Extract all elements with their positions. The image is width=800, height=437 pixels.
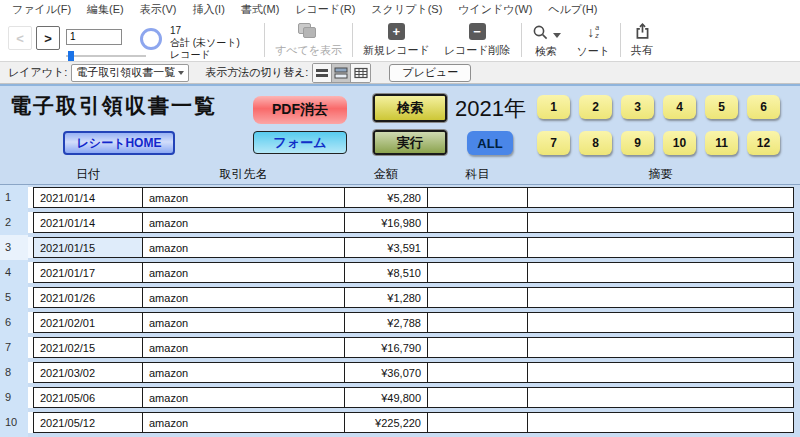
vendor-field[interactable]: amazon <box>142 387 345 408</box>
summary-field[interactable] <box>527 237 794 258</box>
slider-thumb[interactable] <box>68 51 74 61</box>
date-field[interactable]: 2021/02/15 <box>33 337 143 358</box>
month-button-3[interactable]: 3 <box>621 95 654 119</box>
subject-field[interactable] <box>427 412 528 433</box>
vendor-field[interactable]: amazon <box>142 287 345 308</box>
find-button[interactable]: 検索 <box>532 23 561 59</box>
new-record-button[interactable]: + 新規レコード <box>363 23 430 58</box>
previous-record-button[interactable]: < <box>8 26 32 50</box>
subject-field[interactable] <box>427 312 528 333</box>
amount-field[interactable]: ¥36,070 <box>344 362 428 383</box>
search-dropdown-caret[interactable] <box>553 33 561 38</box>
vendor-field[interactable]: amazon <box>142 187 345 208</box>
date-field[interactable]: 2021/05/06 <box>33 387 143 408</box>
table-view-button[interactable] <box>351 64 370 82</box>
month-button-4[interactable]: 4 <box>663 95 696 119</box>
summary-field[interactable] <box>527 212 794 233</box>
vendor-field[interactable]: amazon <box>142 262 345 283</box>
month-button-10[interactable]: 10 <box>663 131 696 155</box>
subject-field[interactable] <box>427 237 528 258</box>
layout-select[interactable]: 電子取引領収書一覧 <box>71 64 189 82</box>
menu-window[interactable]: ウインドウ(W) <box>450 2 540 17</box>
amount-field[interactable]: ¥16,790 <box>344 337 428 358</box>
menu-insert[interactable]: 挿入(I) <box>184 2 232 17</box>
summary-field[interactable] <box>527 262 794 283</box>
month-button-11[interactable]: 11 <box>705 131 738 155</box>
execute-button[interactable]: 実行 <box>373 130 447 155</box>
summary-field[interactable] <box>527 337 794 358</box>
form-button[interactable]: フォーム <box>253 131 347 154</box>
date-field[interactable]: 2021/01/17 <box>33 262 143 283</box>
date-field[interactable]: 2021/01/15 <box>33 237 143 258</box>
form-view-button[interactable] <box>313 64 332 82</box>
list-view-button[interactable] <box>332 64 351 82</box>
found-set-pie-icon[interactable] <box>140 28 162 50</box>
month-button-2[interactable]: 2 <box>579 95 612 119</box>
vendor-field[interactable]: amazon <box>142 362 345 383</box>
summary-field[interactable] <box>527 287 794 308</box>
show-all-button[interactable]: すべてを表示 <box>275 23 342 58</box>
next-record-button[interactable]: > <box>36 26 60 50</box>
pdf-delete-button[interactable]: PDF消去 <box>253 96 347 124</box>
summary-field[interactable] <box>527 362 794 383</box>
month-button-6[interactable]: 6 <box>747 95 780 119</box>
vendor-field[interactable]: amazon <box>142 237 345 258</box>
subject-field[interactable] <box>427 187 528 208</box>
vendor-field[interactable]: amazon <box>142 337 345 358</box>
record-count-total-label: 合計 (未ソート) <box>170 37 240 49</box>
menu-scripts[interactable]: スクリプト(S) <box>363 2 450 17</box>
plus-icon: + <box>388 23 405 40</box>
month-button-7[interactable]: 7 <box>537 131 570 155</box>
subject-field[interactable] <box>427 387 528 408</box>
table-row: 3 2021/01/15 amazon ¥3,591 <box>0 235 800 260</box>
month-button-8[interactable]: 8 <box>579 131 612 155</box>
amount-field[interactable]: ¥3,591 <box>344 237 428 258</box>
menu-help[interactable]: ヘルプ(H) <box>540 2 605 17</box>
date-field[interactable]: 2021/05/12 <box>33 412 143 433</box>
summary-field[interactable] <box>527 187 794 208</box>
amount-field[interactable]: ¥16,980 <box>344 212 428 233</box>
subject-field[interactable] <box>427 212 528 233</box>
amount-field[interactable]: ¥225,220 <box>344 412 428 433</box>
search-button[interactable]: 検索 <box>373 94 447 122</box>
subject-field[interactable] <box>427 337 528 358</box>
date-field[interactable]: 2021/01/14 <box>33 187 143 208</box>
amount-field[interactable]: ¥2,788 <box>344 312 428 333</box>
menu-view[interactable]: 表示(V) <box>132 2 185 17</box>
current-record-input[interactable] <box>66 29 122 45</box>
vendor-field[interactable]: amazon <box>142 312 345 333</box>
menu-records[interactable]: レコード(R) <box>287 2 363 17</box>
vendor-field[interactable]: amazon <box>142 412 345 433</box>
summary-field[interactable] <box>527 312 794 333</box>
subject-field[interactable] <box>427 262 528 283</box>
date-field[interactable]: 2021/02/01 <box>33 312 143 333</box>
subject-field[interactable] <box>427 287 528 308</box>
preview-button[interactable]: プレビュー <box>389 64 471 82</box>
sort-button[interactable]: ↓az ソート <box>577 23 611 59</box>
menu-file[interactable]: ファイル(F) <box>4 2 79 17</box>
all-months-button[interactable]: ALL <box>467 131 513 155</box>
date-field[interactable]: 2021/01/14 <box>33 212 143 233</box>
toolbar-divider <box>521 23 522 57</box>
delete-record-button[interactable]: − レコード削除 <box>444 23 511 58</box>
amount-field[interactable]: ¥49,800 <box>344 387 428 408</box>
summary-field[interactable] <box>527 387 794 408</box>
month-button-12[interactable]: 12 <box>747 131 780 155</box>
amount-field[interactable]: ¥5,280 <box>344 187 428 208</box>
date-field[interactable]: 2021/03/02 <box>33 362 143 383</box>
table-header: 日付 取引先名 金額 科目 摘要 <box>0 164 800 185</box>
menu-edit[interactable]: 編集(E) <box>79 2 132 17</box>
amount-field[interactable]: ¥8,510 <box>344 262 428 283</box>
summary-field[interactable] <box>527 412 794 433</box>
date-field[interactable]: 2021/01/26 <box>33 287 143 308</box>
vendor-field[interactable]: amazon <box>142 212 345 233</box>
receipt-home-button[interactable]: レシートHOME <box>63 131 175 155</box>
share-button[interactable]: 共有 <box>631 23 653 58</box>
record-slider[interactable] <box>66 51 146 61</box>
amount-field[interactable]: ¥1,280 <box>344 287 428 308</box>
month-button-1[interactable]: 1 <box>537 95 570 119</box>
menu-format[interactable]: 書式(M) <box>233 2 288 17</box>
subject-field[interactable] <box>427 362 528 383</box>
month-button-9[interactable]: 9 <box>621 131 654 155</box>
month-button-5[interactable]: 5 <box>705 95 738 119</box>
